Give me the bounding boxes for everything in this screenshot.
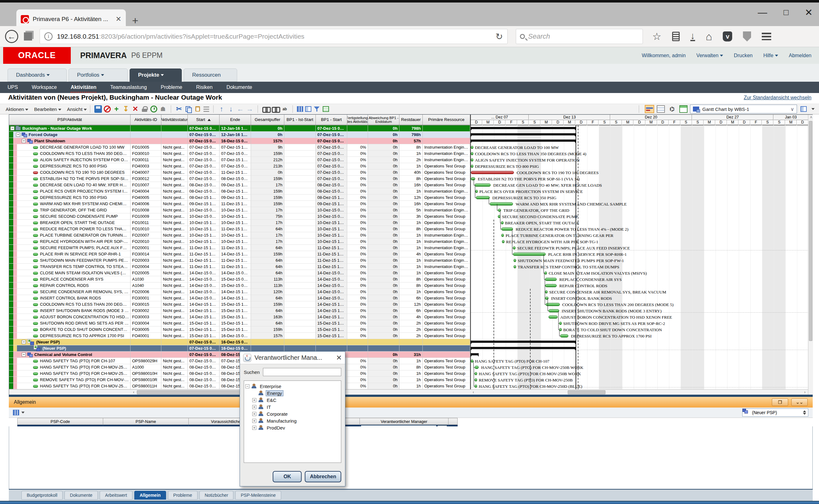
tree-item-it[interactable]: +IT (245, 403, 340, 410)
downloads-icon[interactable]: ↓ (690, 32, 695, 41)
detail-tab-dokumente[interactable]: Dokumente (64, 491, 98, 500)
panel-columns-caret-icon[interactable] (21, 412, 25, 414)
reload-icon[interactable]: ↻ (496, 31, 503, 42)
scroll-thumb[interactable] (809, 121, 812, 341)
gantt-view-icon[interactable] (645, 105, 654, 113)
info-icon[interactable]: i (44, 32, 52, 41)
close-icon[interactable]: ✕ (805, 7, 813, 18)
tree-expand-icon[interactable]: + (252, 398, 256, 402)
header-link-abmelden[interactable]: Abmelden (789, 53, 811, 58)
menu-aktionen[interactable]: Aktionen (6, 107, 28, 112)
table-row[interactable]: REPLACE HYDROGEN WITH AIR PER SOP-TG-1FO… (9, 238, 470, 245)
indent-icon[interactable] (203, 107, 209, 112)
calendar-view-icon[interactable] (679, 105, 688, 113)
standard-view-link[interactable]: Zur Standardansicht wechseln (744, 95, 811, 101)
activity-bar[interactable] (475, 366, 479, 369)
column-header-0[interactable]: PSP/Aktivität (9, 115, 130, 125)
summary-bar[interactable] (471, 133, 575, 135)
find-next-icon[interactable] (272, 105, 279, 113)
table-row[interactable]: REPAIR CONTROL RODSA1040Nicht gest...14-… (9, 282, 470, 289)
resources-icon[interactable]: ☗ (159, 105, 167, 113)
table-row[interactable]: BORATE TO COLD SHUT DOWN CONCENTRATIONFO… (9, 326, 470, 333)
tree-expand-icon[interactable]: + (252, 412, 256, 416)
find-icon[interactable] (262, 105, 270, 113)
subtab-dokumente[interactable]: Dokumente (227, 85, 252, 90)
detail-tab-arbeitswert[interactable]: Arbeitswert (100, 491, 132, 500)
group-icon[interactable] (305, 106, 311, 112)
subtab-ups[interactable]: UPS (8, 85, 18, 90)
columns-icon[interactable] (297, 106, 303, 112)
tree-item-energy[interactable]: Energy (245, 390, 340, 397)
subtab-teamauslastung[interactable]: Teamauslastung (110, 85, 147, 90)
table-row[interactable]: SECURE SECOND CONDENSATE PUMPFO10009Nich… (9, 213, 470, 220)
column-header-10[interactable]: Restdauer (399, 115, 423, 125)
url-bar[interactable]: i 192.168.0.251:8203/p6/action/pm/activi… (40, 29, 508, 44)
new-tab-button[interactable]: + (132, 14, 138, 27)
subtab-probleme[interactable]: Probleme (161, 85, 182, 90)
activity-bar[interactable] (471, 152, 473, 155)
table-row[interactable]: −(Neuer PSP)07-Dez-15 08:...16-Dez-15 09… (9, 339, 470, 345)
subtab-aktivitäten[interactable]: Aktivitäten (71, 85, 96, 90)
activity-bar[interactable] (545, 290, 547, 293)
header-link-verwalten[interactable]: Verwalten (696, 53, 723, 58)
pocket-icon[interactable]: v (723, 31, 732, 41)
column-header-8[interactable]: Fertigstellung: des Aktivitäts: (347, 115, 368, 125)
table-row[interactable]: PLACE RCS OVER PROJECTION SYSTEM IN SERV… (9, 188, 470, 194)
panel-column-header-4[interactable]: Verantwortlicher Manager (360, 418, 448, 425)
summary-bar[interactable] (471, 140, 575, 142)
recent-pages-icon[interactable] (24, 32, 32, 41)
table-row[interactable]: BREAKER OPEN, START THE OUTAGEFO10011Nic… (9, 220, 470, 226)
psp-selector[interactable]: (Neuer PSP) (742, 408, 808, 417)
column-header-11[interactable]: Primäre Ressource (423, 115, 470, 125)
table-row[interactable]: ADJUST BORON CONCENTRATION TO HSD XENON … (9, 314, 470, 320)
reading-list-icon[interactable] (672, 32, 680, 41)
dialog-titlebar[interactable]: Verantwortlicher Mana... ✕ (240, 352, 345, 364)
activity-bar[interactable] (513, 253, 545, 256)
tree-item-corporate[interactable]: +Corporate (245, 410, 340, 417)
summary-bar[interactable] (471, 341, 575, 343)
table-row[interactable]: SHUTDOWN ROD DRIVE MG SETS AS PER SOP-RC… (9, 320, 470, 326)
ok-button[interactable]: OK (273, 471, 302, 482)
scroll-right-icon[interactable]: › (802, 390, 807, 395)
collapse-expander[interactable]: − (16, 133, 20, 137)
tree-expand-icon[interactable]: + (252, 426, 256, 430)
activity-bar[interactable] (471, 146, 473, 149)
column-header-1[interactable]: Aktivitäts-ID (130, 115, 161, 125)
activity-bar[interactable] (475, 190, 478, 193)
tab-ressourcen[interactable]: Ressourcen (184, 68, 237, 82)
table-row[interactable]: PLACE TURBINE GENERATOR ON TURNING GEAR … (9, 232, 470, 238)
panel-column-header-1[interactable]: PSP-Name (103, 418, 189, 425)
tab-portfolios[interactable]: Portfolios (69, 68, 128, 82)
subtab-risiken[interactable]: Risiken (196, 85, 212, 90)
activity-bar[interactable] (471, 165, 473, 168)
table-row[interactable]: ESTABLISH N2 TO THE PORVS PER SOP-SI-1 (… (9, 176, 470, 182)
table-row[interactable]: −Buckingham - Nuclear Outage Work07-Dez-… (9, 125, 470, 132)
home-icon[interactable]: ⌂ (706, 30, 712, 43)
column-header-7[interactable]: BP1 - Start (316, 115, 347, 125)
tree-item-manufacturing[interactable]: +Manufacturing (245, 417, 340, 424)
activity-bar[interactable] (471, 359, 473, 363)
detail-tab-budgetprotokoll[interactable]: Budgetprotokoll (21, 491, 63, 500)
activity-bar[interactable] (514, 265, 516, 268)
collapse-expander[interactable]: − (22, 139, 26, 143)
tree-expand-icon[interactable]: + (252, 405, 256, 409)
collapse-expander[interactable]: − (22, 340, 26, 344)
detail-tab-psp-meilensteine[interactable]: PSP-Meilensteine (235, 491, 281, 500)
scroll-up-icon[interactable]: ˄ (809, 115, 814, 120)
critical-bar[interactable] (471, 171, 514, 174)
activity-bar[interactable] (476, 196, 490, 199)
lock-icon[interactable] (141, 105, 148, 113)
table-row[interactable]: SHUTDOWN MAIN FEEDWATER PUMPS PER SOP-FW… (9, 257, 470, 264)
dialog-close-icon[interactable]: ✕ (336, 354, 342, 362)
copy-icon[interactable] (184, 105, 192, 113)
delete-icon[interactable]: ✕ (131, 105, 139, 113)
minimize-icon[interactable]: — (758, 7, 767, 18)
shield-icon[interactable] (743, 31, 751, 41)
column-header-6[interactable]: BP1 - Ist-Start (284, 115, 316, 125)
table-row[interactable]: INSERT SHUTDOWN BANK RODS (MODE 3 ENTRY)… (9, 308, 470, 314)
activity-bar[interactable] (560, 334, 568, 337)
bookmark-star-icon[interactable]: ☆ (652, 30, 662, 42)
activity-bar[interactable] (501, 221, 503, 224)
table-row[interactable]: INSERT CONTROL BANK RODSFO30001Nicht ges… (9, 295, 470, 301)
activity-bar[interactable] (545, 278, 557, 281)
